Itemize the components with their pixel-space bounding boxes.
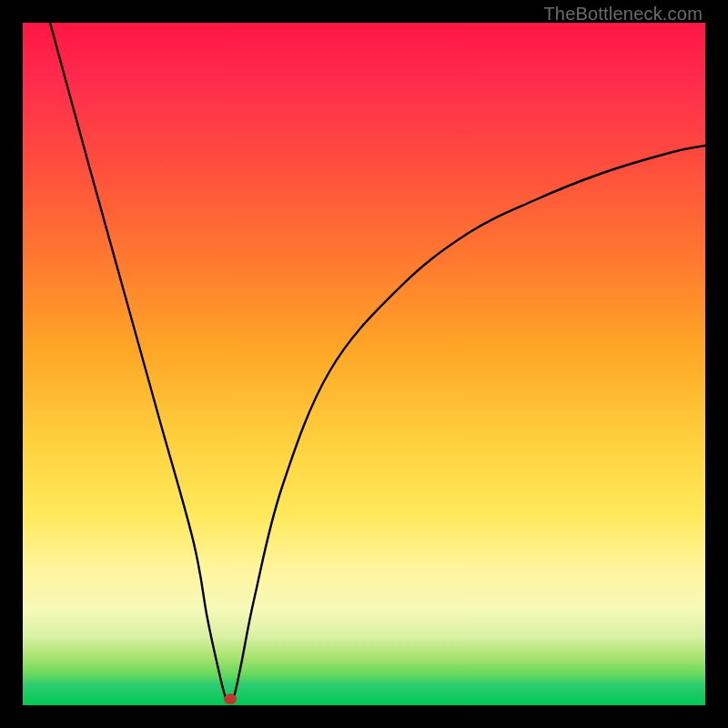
optimum-marker	[225, 694, 237, 704]
chart-frame: TheBottleneck.com	[0, 0, 728, 728]
bottleneck-curve	[50, 23, 705, 702]
watermark-text: TheBottleneck.com	[543, 4, 703, 25]
plot-area	[23, 23, 705, 705]
bottleneck-curve-svg	[23, 23, 705, 705]
